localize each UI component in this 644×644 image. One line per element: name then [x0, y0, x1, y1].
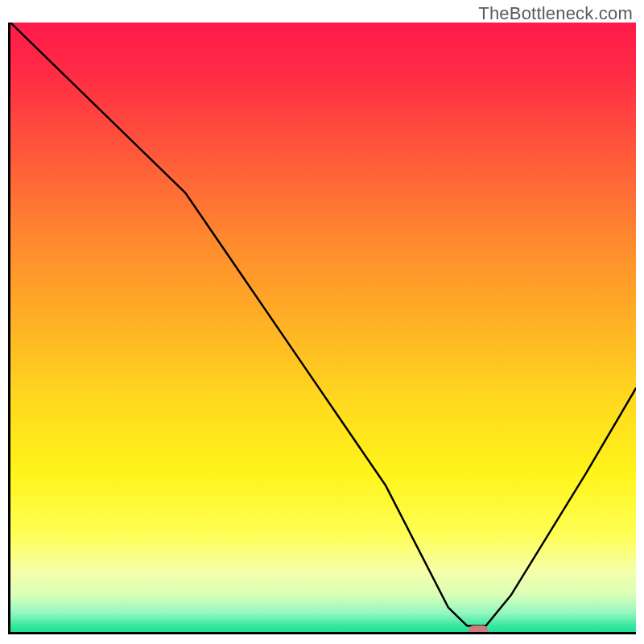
bottleneck-marker [469, 625, 488, 634]
line-curve [10, 23, 636, 632]
plot-area [8, 23, 636, 634]
watermark-text: TheBottleneck.com [478, 3, 633, 24]
